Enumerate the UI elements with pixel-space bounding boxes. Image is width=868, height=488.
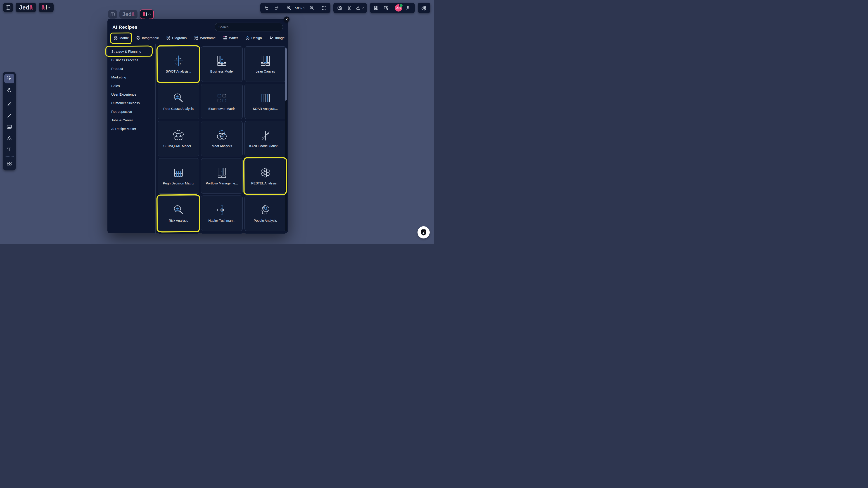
- sidebar-toggle-button[interactable]: [3, 3, 13, 12]
- tab-writer[interactable]: Writer: [223, 35, 238, 41]
- category-jobs-career[interactable]: Jobs & Career: [107, 116, 155, 124]
- business-model-canvas-icon: [216, 54, 227, 68]
- collab-group: AO: [370, 3, 415, 13]
- card-label: Business Model: [210, 70, 234, 73]
- writer-text-icon: [223, 36, 227, 40]
- zoom-out-button[interactable]: [307, 4, 317, 12]
- card-label: SWOT Analysis...: [166, 70, 191, 73]
- divider: [318, 4, 318, 11]
- decision-table-icon: [173, 166, 184, 180]
- tab-label: Writer: [229, 36, 238, 40]
- layout-panels-button[interactable]: [371, 4, 381, 12]
- fullscreen-button[interactable]: [319, 4, 329, 12]
- recipe-card-servqual-model[interactable]: SERVQUAL Model...: [158, 121, 199, 156]
- jeda-logo-button[interactable]: Jedā: [16, 3, 36, 12]
- recipe-card-moat-analysis[interactable]: Moat Analysis: [201, 121, 243, 156]
- recipe-card-pestel-analysis[interactable]: PESTEL Analysis...: [245, 158, 286, 194]
- floating-jeda-button[interactable]: Jedā: [119, 10, 137, 19]
- tab-infographic[interactable]: Infographic: [136, 35, 159, 41]
- recipe-card-pugh-decision-matrix[interactable]: Pugh Decision Matrix: [158, 158, 199, 194]
- chevron-down-icon: [303, 6, 306, 9]
- tab-design[interactable]: Design: [245, 35, 262, 41]
- category-customer-success[interactable]: Customer Success: [107, 99, 155, 107]
- floating-sidebar-toggle[interactable]: [108, 10, 117, 19]
- hexagon-honeycomb-icon: [259, 166, 271, 180]
- chevron-up-icon: [148, 13, 151, 16]
- tab-wireframe[interactable]: Wireframe: [194, 35, 216, 41]
- recipe-card-partial[interactable]: [158, 233, 199, 234]
- category-sales[interactable]: Sales: [107, 82, 155, 90]
- category-business-process[interactable]: Business Process: [107, 56, 155, 64]
- recipe-card-swot-analysis[interactable]: SWOT SWOT Analysis...: [158, 46, 199, 82]
- recipe-card-root-cause-analysis[interactable]: Root Cause Analysis: [158, 84, 199, 119]
- recipe-card-kano-model[interactable]: KANO Model (Must-...: [245, 121, 286, 156]
- tool-pen[interactable]: [4, 99, 14, 109]
- category-strategy-planning[interactable]: Strategy & Planning: [107, 47, 155, 56]
- history-zoom-group: 50%: [260, 3, 331, 13]
- recipe-card-people-analysis[interactable]: People Analysis: [245, 196, 286, 231]
- recipe-card-nadler-tushman[interactable]: Nadler-Tushman...: [201, 196, 243, 231]
- svg-text:T: T: [180, 62, 181, 65]
- invite-button[interactable]: [403, 4, 413, 12]
- infographic-pie-icon: [136, 36, 140, 40]
- recipe-card-lean-canvas[interactable]: Lean Canvas: [245, 46, 286, 82]
- chevron-down-icon: [362, 6, 364, 9]
- recipe-card-risk-analysis[interactable]: Risk Analysis: [158, 196, 199, 231]
- divider: [392, 4, 393, 11]
- recipe-card-partial[interactable]: [245, 233, 286, 234]
- recipe-card-soar-analysis[interactable]: SOAR Analysis...: [245, 84, 286, 119]
- jeda-canvas-app: Jedā āi 50%: [0, 0, 434, 244]
- undo-button[interactable]: [262, 4, 272, 12]
- tab-label: Image: [275, 36, 285, 40]
- canvas-tools-toolbar: [3, 72, 16, 170]
- modal-header: AI Recipes: [107, 19, 288, 34]
- help-button[interactable]: ?: [417, 226, 430, 238]
- settings-button[interactable]: [419, 4, 429, 12]
- redo-button[interactable]: [272, 4, 282, 12]
- screenshot-button[interactable]: [335, 4, 345, 12]
- category-product[interactable]: Product: [107, 64, 155, 73]
- magnifier-warning-icon: [173, 91, 184, 105]
- recipe-card-eisenhower-matrix[interactable]: Eisenhower Matrix: [201, 84, 243, 119]
- panel-toggle-icon: [5, 5, 11, 10]
- recipe-card-business-model[interactable]: Business Model: [201, 46, 243, 82]
- ai-logo-rest: i: [146, 11, 147, 18]
- tool-image[interactable]: [4, 122, 14, 132]
- category-user-experience[interactable]: User Experience: [107, 90, 155, 99]
- add-person-icon: [406, 5, 411, 10]
- card-label: PESTEL Analysis...: [251, 182, 279, 185]
- zoom-level-select[interactable]: 50%: [294, 4, 307, 12]
- recipe-card-portfolio-management[interactable]: Portfolio Manageme...: [201, 158, 243, 194]
- ai-logo-accent: ā: [143, 11, 146, 18]
- modal-scrollbar-thumb[interactable]: [285, 48, 287, 101]
- card-label: Eisenhower Matrix: [208, 107, 235, 110]
- tool-shapes[interactable]: [4, 133, 14, 143]
- head-magnifier-icon: [259, 203, 271, 217]
- tool-arrow[interactable]: [4, 111, 14, 120]
- tab-matrix[interactable]: Matrix: [113, 35, 129, 41]
- tool-select[interactable]: [4, 74, 14, 84]
- tool-templates[interactable]: [4, 159, 14, 168]
- ai-menu-button[interactable]: āi: [39, 3, 54, 12]
- wireframe-layout-icon: [194, 36, 198, 40]
- download-button[interactable]: [354, 4, 366, 12]
- file-upload-icon: [347, 5, 352, 10]
- category-ai-recipe-maker[interactable]: Ai Recipe Maker: [107, 124, 155, 133]
- select-cursor-icon: [6, 76, 12, 82]
- account-avatar-button[interactable]: AO: [394, 4, 403, 12]
- present-button[interactable]: [381, 4, 391, 12]
- card-label: Moat Analysis: [212, 144, 232, 148]
- import-button[interactable]: [345, 4, 354, 12]
- tab-diagrams[interactable]: Diagrams: [166, 35, 187, 41]
- tab-image[interactable]: Image: [269, 35, 285, 41]
- category-marketing[interactable]: Marketing: [107, 73, 155, 82]
- zoom-in-button[interactable]: [284, 4, 294, 12]
- close-icon[interactable]: ✕: [284, 17, 289, 22]
- tool-hand[interactable]: [4, 85, 14, 95]
- search-input[interactable]: [215, 23, 283, 31]
- tab-label: Infographic: [142, 36, 159, 40]
- tool-text[interactable]: [4, 145, 14, 154]
- recipe-card-partial[interactable]: [201, 233, 243, 234]
- avatar: AO: [395, 4, 402, 11]
- category-retrospective[interactable]: Retrospective: [107, 107, 155, 116]
